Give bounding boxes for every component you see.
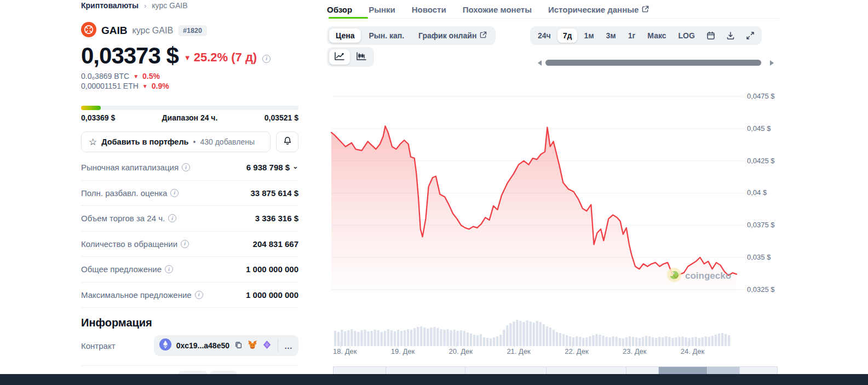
btc-rate-row: 0.0₆3869 BTC ▼ 0.5% <box>81 72 160 81</box>
navigator-segment[interactable] <box>386 367 465 374</box>
external-link-icon <box>480 31 487 40</box>
range-1y-button[interactable]: 1г <box>623 28 641 43</box>
log-scale-button[interactable]: LOG <box>673 28 700 43</box>
range-24h-labels: 0,03369 $ Диапазон 24 ч. 0,03521 $ <box>81 113 298 122</box>
external-link-icon <box>642 5 649 14</box>
x-axis-tick: 20. Дек <box>449 347 473 355</box>
metamask-icon[interactable] <box>248 340 257 352</box>
metric-price-button[interactable]: Цена <box>329 28 361 43</box>
range-navigator <box>333 366 778 374</box>
line-chart-icon <box>334 51 345 62</box>
navigator-segment[interactable] <box>740 367 776 374</box>
x-axis-tick: 21. Дек <box>507 347 530 355</box>
price-down-arrow-icon: ▼ <box>184 54 191 62</box>
range-low: 0,03369 $ <box>81 113 115 122</box>
y-axis-tick: 0,04 $ <box>747 188 767 197</box>
btc-rate: 0.0₆3869 BTC <box>81 72 129 81</box>
contract-pill: 0xc19...a48e50 <box>154 335 298 356</box>
navigator-segment[interactable] <box>626 367 659 374</box>
price-change-value: 25.2% (7 д) <box>194 50 257 65</box>
chart-y-axis: 0,0475 $0,045 $0,0425 $0,04 $0,0375 $0,0… <box>745 79 783 356</box>
metric-marketcap-button[interactable]: Рын. кап. <box>362 28 411 43</box>
tab-news[interactable]: Новости <box>412 1 446 19</box>
breadcrumb-current: курс GAIB <box>152 1 187 10</box>
navigator-segment[interactable] <box>708 367 740 374</box>
scrollbar-right-arrow[interactable] <box>770 60 774 66</box>
stat-value: 1 000 000 000 <box>246 290 298 300</box>
scrollbar-left-arrow[interactable] <box>538 60 542 66</box>
current-price: 0,03373 $ <box>81 43 179 69</box>
stat-row-volume-24h: Объем торгов за 24 ч.i 3 336 316 $ <box>81 206 298 232</box>
btc-change: 0.5% <box>142 72 160 81</box>
range-1m-button[interactable]: 1м <box>578 28 599 43</box>
range-24h-button[interactable]: 24ч <box>532 28 556 43</box>
contract-row: Контракт 0xc19...a48e50 <box>81 335 298 356</box>
tab-historical-data[interactable]: Исторические данные <box>548 1 649 19</box>
info-icon[interactable]: i <box>170 189 179 197</box>
star-icon: ☆ <box>89 136 97 148</box>
tab-markets[interactable]: Рынки <box>369 1 395 19</box>
chart-x-axis: 18. Дек19. Дек20. Дек21. Дек22. Дек23. Д… <box>330 347 747 357</box>
pill-divider <box>278 340 278 352</box>
price-chart[interactable] <box>330 79 747 356</box>
line-chart-button[interactable] <box>329 49 350 65</box>
breadcrumb-separator: › <box>144 2 146 10</box>
range-3m-button[interactable]: 3м <box>601 28 622 43</box>
price-info-icon[interactable]: i <box>262 55 271 63</box>
add-to-portfolio-button[interactable]: ☆ Добавить в портфель • 430 добавлены <box>81 131 271 152</box>
contract-address[interactable]: 0xc19...a48e50 <box>176 341 229 350</box>
eth-rate: 0,00001151 ETH <box>81 82 139 90</box>
info-icon[interactable]: i <box>181 240 189 248</box>
coingecko-gecko-icon <box>667 268 681 284</box>
add-to-portfolio-label: Добавить в портфель <box>101 137 188 146</box>
y-axis-tick: 0,0325 $ <box>747 285 775 294</box>
info-icon[interactable]: i <box>168 214 176 222</box>
more-contracts-button[interactable]: … <box>284 341 293 350</box>
price-alert-button[interactable] <box>276 131 298 152</box>
contract-label: Контракт <box>81 341 116 350</box>
range-max-button[interactable]: Макс <box>642 28 671 43</box>
x-axis-tick: 18. Дек <box>333 347 357 355</box>
stat-row-total-supply: Общее предложениеi 1 000 000 000 <box>81 257 298 283</box>
tab-similar-coins[interactable]: Похожие монеты <box>463 1 532 19</box>
info-icon[interactable]: i <box>165 265 173 273</box>
copy-icon[interactable] <box>234 341 243 351</box>
stat-value: 33 875 614 $ <box>250 188 298 198</box>
x-axis-tick: 23. Дек <box>623 347 646 355</box>
navigator-segment-selected[interactable] <box>659 367 708 374</box>
fullscreen-icon[interactable] <box>741 29 760 42</box>
breadcrumb-cryptocurrencies-link[interactable]: Криптовалюты <box>81 1 139 10</box>
bottom-bar <box>0 374 868 385</box>
chart-type-toggle <box>327 47 374 67</box>
coin-subtitle: курс GAIB <box>133 26 174 36</box>
y-axis-tick: 0,045 $ <box>747 124 771 133</box>
stat-row-market-cap: Рыночная капитализацияi 6 938 798 $⌄ <box>81 155 298 181</box>
coin-page: Криптовалюты › курс GAIB GAIB курс GAIB … <box>0 0 868 385</box>
y-axis-tick: 0,0375 $ <box>747 221 775 229</box>
navigator-segment[interactable] <box>334 367 386 374</box>
section-tabs: Обзор Рынки Новости Похожие монеты Истор… <box>327 1 779 19</box>
stat-label: Объем торгов за 24 ч. <box>81 214 165 223</box>
range-24h-fill <box>81 106 101 110</box>
chart-online-link[interactable]: График онлайн <box>412 28 493 43</box>
info-icon[interactable]: i <box>195 291 203 299</box>
info-icon[interactable]: i <box>182 163 190 171</box>
navigator-segment[interactable] <box>465 367 547 374</box>
bell-icon <box>283 136 292 148</box>
range-7d-button[interactable]: 7д <box>557 28 578 43</box>
purple-token-icon[interactable] <box>262 340 272 352</box>
coingecko-watermark: coingecko <box>667 268 731 284</box>
chart-scrollbar[interactable] <box>545 60 761 66</box>
navigator-segment[interactable] <box>547 367 626 374</box>
candlestick-chart-button[interactable] <box>351 49 372 65</box>
x-axis-tick: 22. Дек <box>565 347 588 355</box>
stat-label: Общее предложение <box>81 265 162 274</box>
time-range-toolbar: 24ч 7д 1м 3м 1г Макс LOG <box>530 26 762 45</box>
stat-row-max-supply: Максимальное предложениеi 1 000 000 000 <box>81 283 298 308</box>
download-icon[interactable] <box>721 29 740 42</box>
x-axis-tick: 19. Дек <box>391 347 415 355</box>
tab-overview[interactable]: Обзор <box>327 1 352 19</box>
info-section-title: Информация <box>81 317 152 329</box>
calendar-button[interactable] <box>702 29 720 42</box>
chevron-down-icon[interactable]: ⌄ <box>292 162 298 170</box>
